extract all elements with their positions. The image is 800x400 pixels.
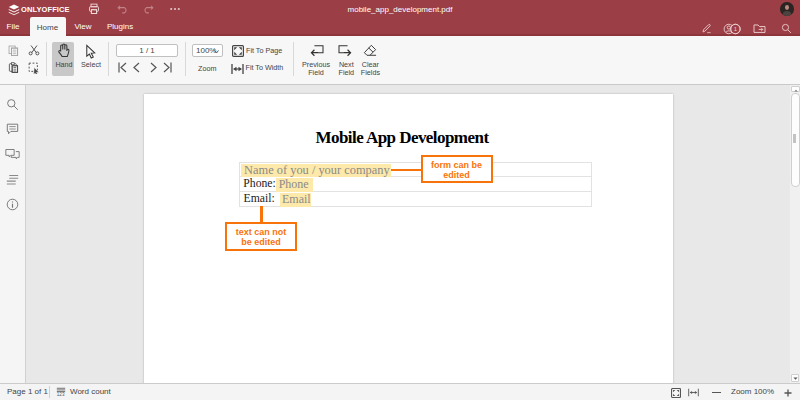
- svg-text:1: 1: [734, 26, 737, 32]
- svg-text:123: 123: [57, 392, 65, 397]
